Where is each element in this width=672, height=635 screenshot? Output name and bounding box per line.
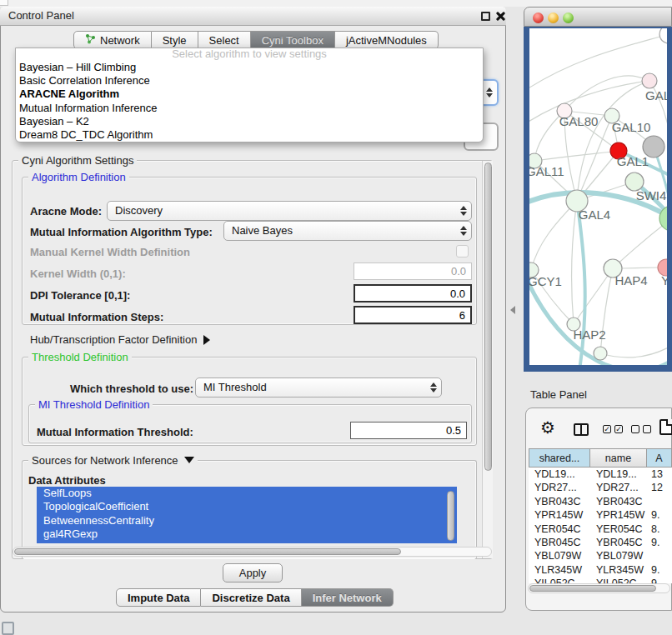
algorithm-definition-title: Algorithm Definition [28,171,129,183]
checked-box-icon: ✓ [603,425,611,433]
tab-style[interactable]: Style [152,31,198,49]
algorithm-option[interactable]: Bayesian – Hill Climbing [16,61,483,74]
node-label: HAP4 [614,273,647,288]
network-node[interactable] [659,28,667,43]
attr-list-vscroll-thumb[interactable] [447,491,454,541]
column-header[interactable]: name [590,448,647,468]
table-horizontal-scrollbar[interactable] [528,583,670,593]
node-label: GAL4 [579,208,610,222]
table-cell: YBL079W [590,549,647,562]
aracne-mode-label: Aracne Mode: [30,205,102,218]
aracne-mode-value: Discovery [115,204,163,217]
node-label: GAL [645,88,667,102]
node-label: GAL11 [529,164,564,178]
mi-type-combo[interactable]: Naive Bayes [223,221,472,241]
app-toolbar-strip [0,0,672,7]
network-window-titlebar[interactable] [524,7,672,27]
mi-steps-field[interactable]: 6 [354,306,472,324]
minimize-traffic-light[interactable] [548,12,559,23]
algorithm-popup-list: Bayesian – Hill ClimbingBasic Correlatio… [16,61,483,142]
sources-title-text: Sources for Network Inference [32,454,178,467]
settings-vscroll-thumb[interactable] [484,162,492,471]
close-traffic-light[interactable] [533,12,544,23]
data-attributes-label: Data Attributes [28,474,106,487]
kernel-width-label: Kernel Width (0,1): [30,268,126,280]
attribute-item[interactable]: SelfLoops [37,487,457,500]
zoom-traffic-light[interactable] [563,12,574,23]
table-cell: 12 [647,481,672,494]
table-cell: 9. [647,563,672,577]
manual-kernel-checkbox[interactable] [456,245,469,258]
algorithm-option[interactable]: Bayesian – K2 [16,115,483,128]
export-table-icon[interactable] [659,419,672,435]
select-all-icon[interactable]: ✓✓ [603,425,623,433]
hub-definition-label: Hub/Transcription Factor Definition [30,333,197,346]
control-panel-titlebar[interactable] [0,7,506,26]
data-attributes-list[interactable]: SelfLoopsTopologicalCoefficientBetweenne… [37,487,457,543]
node-label: Y [661,273,667,288]
table-row[interactable]: YBR043CYBR043C [529,495,672,508]
column-header[interactable]: A [647,448,672,468]
table-row[interactable]: YDL19...YDL19...13 [529,468,672,481]
tab-cyni-toolbox[interactable]: Cyni Toolbox [251,31,335,49]
apply-button[interactable]: Apply [223,563,283,582]
tab-discretize-data[interactable]: Discretize Data [201,588,301,607]
mi-threshold-field[interactable]: 0.5 [350,422,467,439]
table-cell: YBR043C [529,495,590,508]
table-row[interactable]: YBL079WYBL079W [529,549,672,562]
settings-hscroll-thumb[interactable] [14,548,401,555]
table-row[interactable]: YLR345WYLR345W9. [529,563,672,577]
table-row[interactable]: YBR045CYBR045C9. [529,536,672,549]
expanded-arrow-icon[interactable] [184,457,194,463]
table-hscroll-thumb[interactable] [529,585,656,592]
minimized-panel-chip[interactable] [2,622,14,635]
algorithm-option[interactable]: Mutual Information Inference [16,102,483,115]
node-label: GAL10 [612,120,651,134]
dpi-tolerance-field[interactable]: 0.0 [354,284,472,302]
algorithm-option[interactable]: Basic Correlation Inference [16,74,483,88]
settings-vertical-scrollbar[interactable] [482,161,493,558]
attribute-item[interactable]: BetweennessCentrality [37,514,457,528]
attribute-item[interactable]: TopologicalCoefficient [37,500,457,513]
deselect-all-icon[interactable] [631,425,651,433]
node-label: GAL1 [617,154,649,168]
collapsed-arrow-icon[interactable] [203,335,210,345]
tab-impute-data[interactable]: Impute Data [116,588,201,607]
table-panel-title: Table Panel [530,388,587,401]
network-node[interactable] [594,347,607,360]
table-cell: 8. [647,522,672,536]
tab-label: Style [163,34,187,47]
attribute-item[interactable]: gal4RGexp [37,528,457,541]
gear-icon[interactable]: ⚙ [540,419,555,436]
table-cell: YLR345W [529,563,590,577]
tab-select[interactable]: Select [198,31,251,49]
tab-network[interactable]: Network [73,31,152,49]
float-icon[interactable] [481,12,490,21]
node-label: HAP2 [573,328,605,342]
column-header[interactable]: shared... [529,448,590,468]
network-canvas[interactable]: GALGAL80GAL10GAL1GAL11SWI4GAL4GCY1HAP4YH… [529,28,667,365]
columns-icon[interactable] [574,423,589,436]
which-threshold-value: MI Threshold [203,381,267,393]
top-tab-bar: NetworkStyleSelectCyni ToolboxjActiveMNo… [73,31,439,49]
network-node[interactable] [643,136,664,158]
hub-definition-section[interactable]: Hub/Transcription Factor Definition [30,333,210,346]
table-header-row: shared...nameA [529,448,672,468]
aracne-mode-combo[interactable]: Discovery [107,201,472,221]
algorithm-option[interactable]: Dream8 DC_TDC Algorithm [16,128,483,142]
network-node-gal[interactable] [642,73,657,88]
algorithm-option[interactable]: ARACNE Algorithm [16,88,483,101]
kernel-width-field[interactable]: 0.0 [354,262,472,280]
table-cell [647,549,672,562]
panel-divider-arrow[interactable] [510,306,515,314]
close-icon[interactable] [495,11,506,22]
node-label: GCY1 [529,274,562,288]
tab-infer-network[interactable]: Infer Network [302,588,394,607]
settings-horizontal-scrollbar[interactable] [13,547,492,557]
table-row[interactable]: YER054CYER054C8. [529,522,672,536]
table-row[interactable]: YPR145WYPR145W9. [529,508,672,522]
which-threshold-combo[interactable]: MI Threshold [195,378,442,398]
table-row[interactable]: YDR27...YDR27...12 [529,481,672,494]
tab-jactivemnodules[interactable]: jActiveMNodules [335,31,439,49]
dpi-tolerance-label: DPI Tolerance [0,1]: [30,289,130,302]
